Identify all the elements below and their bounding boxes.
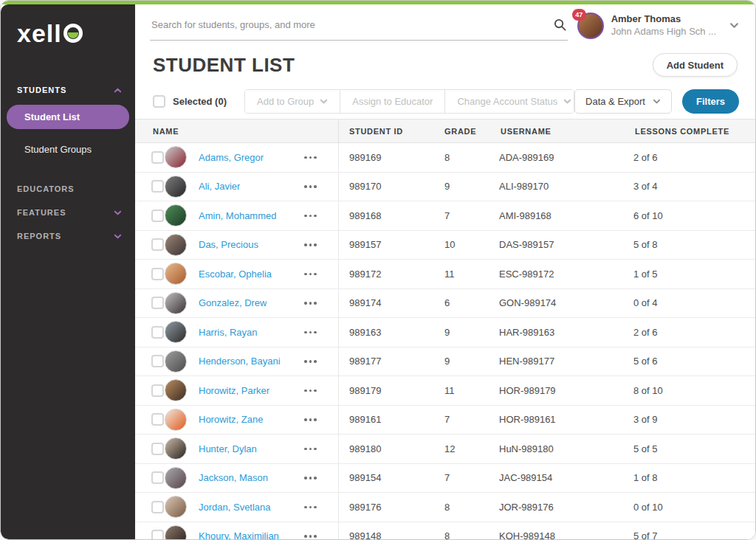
student-avatar — [165, 263, 187, 285]
student-name-link[interactable]: Escobar, Ophelia — [199, 269, 272, 280]
row-checkbox[interactable] — [151, 268, 164, 280]
add-student-button[interactable]: Add Student — [653, 53, 738, 77]
student-name-link[interactable]: Adams, Gregor — [199, 152, 264, 163]
xello-logo[interactable]: xell — [1, 21, 135, 46]
row-actions-menu-icon[interactable] — [301, 414, 320, 426]
chevron-down-icon — [320, 97, 328, 105]
student-name-link[interactable]: Hunter, Dylan — [199, 443, 257, 454]
column-header-username[interactable]: USERNAME — [499, 120, 633, 142]
row-checkbox[interactable] — [151, 443, 164, 455]
search-input[interactable]: Search for students, groups, and more — [150, 11, 568, 41]
student-id-cell: 989154 — [338, 464, 443, 493]
chevron-down-icon[interactable] — [729, 21, 739, 30]
notification-badge[interactable]: 47 — [572, 9, 586, 21]
sidebar-section-reports-label: REPORTS — [17, 232, 61, 240]
search-icon[interactable] — [554, 18, 566, 31]
grade-cell: 11 — [443, 376, 499, 405]
student-name-link[interactable]: Jackson, Mason — [199, 472, 268, 483]
student-table: NAME STUDENT ID GRADE USERNAME LESSONS C… — [135, 119, 755, 539]
row-actions-menu-icon[interactable] — [301, 530, 320, 539]
row-checkbox[interactable] — [151, 180, 164, 193]
column-header-student-id[interactable]: STUDENT ID — [338, 120, 443, 142]
lessons-complete-cell: 5 of 5 — [633, 435, 755, 463]
student-name-link[interactable]: Jordan, Svetlana — [199, 502, 271, 513]
row-checkbox[interactable] — [151, 501, 164, 513]
change-account-status-button[interactable]: Change Account Status — [445, 90, 574, 113]
row-checkbox[interactable] — [151, 238, 164, 251]
sidebar-item-student-groups[interactable]: Student Groups — [1, 135, 135, 164]
user-name: Amber Thomas — [611, 13, 716, 26]
student-id-cell: 989163 — [338, 318, 443, 347]
row-checkbox[interactable] — [151, 297, 164, 309]
student-id-cell: 989168 — [338, 201, 443, 230]
lessons-complete-cell: 1 of 5 — [633, 260, 755, 288]
username-cell: DAS-989157 — [499, 231, 633, 260]
row-actions-menu-icon[interactable] — [301, 239, 320, 251]
column-header-lessons[interactable]: LESSONS COMPLETE — [633, 120, 755, 142]
row-actions-menu-icon[interactable] — [301, 269, 320, 280]
sidebar-item-student-list[interactable]: Student List — [7, 105, 129, 129]
student-name-link[interactable]: Horowitz, Zane — [199, 414, 263, 425]
student-id-cell: 989169 — [338, 143, 443, 172]
student-name-link[interactable]: Henderson, Bayani — [199, 356, 281, 367]
username-cell: HOR-989161 — [499, 406, 633, 435]
sidebar-section-educators[interactable]: EDUCATORS — [1, 177, 135, 201]
chevron-down-icon — [653, 97, 661, 105]
student-id-cell: 989170 — [338, 173, 443, 201]
row-actions-menu-icon[interactable] — [301, 181, 320, 193]
row-actions-menu-icon[interactable] — [301, 472, 320, 484]
chevron-up-icon — [114, 86, 122, 94]
row-actions-menu-icon[interactable] — [301, 327, 320, 339]
grade-cell: 7 — [443, 406, 499, 435]
row-checkbox[interactable] — [151, 355, 164, 367]
row-actions-menu-icon[interactable] — [301, 297, 320, 309]
table-row: Khoury, Maximilian 989148 8 KOH-989148 5… — [135, 522, 755, 540]
search-placeholder: Search for students, groups, and more — [151, 19, 315, 30]
row-checkbox[interactable] — [151, 326, 164, 339]
row-checkbox[interactable] — [151, 471, 164, 484]
data-export-button[interactable]: Data & Export — [574, 89, 672, 114]
filters-button[interactable]: Filters — [682, 89, 739, 114]
student-name-link[interactable]: Amin, Mohammed — [199, 210, 276, 221]
column-header-name[interactable]: NAME — [135, 120, 338, 142]
row-checkbox[interactable] — [151, 530, 164, 539]
row-actions-menu-icon[interactable] — [301, 443, 320, 455]
bulk-actions-toolbar: Selected (0) Add to Group Assign to Educ… — [135, 83, 755, 119]
sidebar-section-students[interactable]: STUDENTS — [1, 78, 135, 102]
student-name-link[interactable]: Horowitz, Parker — [199, 385, 269, 396]
sidebar-section-features-label: FEATURES — [17, 208, 66, 217]
grade-cell: 7 — [443, 201, 499, 230]
username-cell: ADA-989169 — [499, 143, 633, 172]
row-checkbox[interactable] — [151, 210, 164, 222]
student-name-link[interactable]: Gonzalez, Drew — [199, 297, 267, 308]
select-all-checkbox[interactable] — [153, 95, 165, 108]
assign-to-educator-button[interactable]: Assign to Educator — [340, 90, 445, 113]
username-cell: ALI-989170 — [499, 173, 633, 201]
row-checkbox[interactable] — [151, 151, 164, 164]
column-header-grade[interactable]: GRADE — [443, 120, 499, 142]
row-actions-menu-icon[interactable] — [301, 385, 320, 397]
student-name-link[interactable]: Das, Precious — [199, 239, 258, 250]
student-name-link[interactable]: Ali, Javier — [199, 181, 240, 192]
username-cell: HEN-989177 — [499, 347, 633, 376]
sidebar-section-reports[interactable]: REPORTS — [1, 224, 135, 248]
sidebar-section-features[interactable]: FEATURES — [1, 201, 135, 224]
student-name-link[interactable]: Khoury, Maximilian — [199, 530, 279, 539]
student-avatar — [165, 467, 187, 489]
row-checkbox[interactable] — [151, 384, 164, 397]
chevron-down-icon — [563, 97, 571, 105]
student-id-cell: 989172 — [338, 260, 443, 288]
row-actions-menu-icon[interactable] — [301, 210, 320, 222]
username-cell: JOR-989176 — [499, 493, 633, 522]
row-checkbox[interactable] — [151, 413, 164, 426]
add-to-group-button[interactable]: Add to Group — [245, 90, 340, 113]
grade-cell: 8 — [443, 143, 499, 172]
row-actions-menu-icon[interactable] — [301, 502, 320, 513]
user-menu[interactable]: 47 Amber Thomas John Adams High Sch ... — [577, 13, 739, 39]
row-actions-menu-icon[interactable] — [301, 356, 320, 367]
student-name-link[interactable]: Harris, Rayan — [199, 327, 257, 338]
row-actions-menu-icon[interactable] — [301, 152, 320, 164]
user-school: John Adams High Sch ... — [611, 26, 716, 38]
assign-to-educator-label: Assign to Educator — [352, 96, 433, 107]
student-id-cell: 989176 — [338, 493, 443, 522]
